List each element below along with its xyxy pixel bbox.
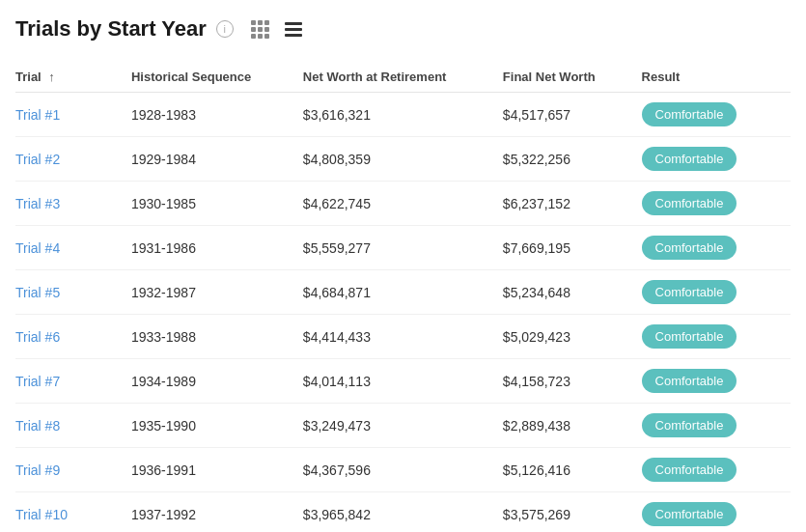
result-cell: Comfortable [630,93,791,137]
final-net-worth-value: $3,575,269 [503,507,570,522]
trial-link[interactable]: Trial #7 [15,374,60,389]
col-final-net-worth[interactable]: Final Net Worth [491,62,630,93]
final-net-worth-cell: $5,234,648 [491,270,630,315]
net-worth-retirement-cell: $4,622,745 [292,182,491,226]
result-badge: Comfortable [642,413,737,437]
table-row: Trial #3 1930-1985 $4,622,745 $6,237,152… [15,182,791,226]
net-worth-retirement-cell: $3,616,321 [292,93,491,137]
final-net-worth-value: $2,889,438 [503,418,570,434]
page-container: Trials by Start Year i Trial ↑ [0,0,806,532]
trial-link[interactable]: Trial #10 [15,507,68,522]
table-header: Trial ↑ Historical Sequence Net Worth at… [15,62,791,93]
sequence-cell: 1935-1990 [120,404,292,448]
net-worth-retirement-cell: $4,414,433 [292,315,491,359]
result-badge: Comfortable [642,369,737,393]
result-badge: Comfortable [642,236,737,260]
final-net-worth-cell: $4,517,657 [491,93,630,137]
table-row: Trial #4 1931-1986 $5,559,277 $7,669,195… [15,226,791,270]
sequence-cell: 1936-1991 [120,448,292,492]
sequence-cell: 1931-1986 [120,226,292,270]
sequence-cell: 1932-1987 [120,270,292,315]
trial-link[interactable]: Trial #6 [15,329,60,345]
final-net-worth-value: $6,237,152 [503,196,570,211]
result-badge: Comfortable [642,324,737,349]
sequence-cell: 1929-1984 [120,137,292,182]
final-net-worth-cell: $3,575,269 [491,492,630,533]
net-worth-retirement-cell: $3,965,842 [292,492,491,533]
result-cell: Comfortable [630,404,791,448]
trial-cell: Trial #10 [15,492,120,533]
final-net-worth-value: $4,158,723 [503,374,570,389]
table-row: Trial #9 1936-1991 $4,367,596 $5,126,416… [15,448,791,492]
final-net-worth-value: $5,322,256 [503,152,570,167]
header-row: Trial ↑ Historical Sequence Net Worth at… [15,62,791,93]
final-net-worth-value: $5,234,648 [503,285,570,300]
view-toggle [247,15,307,42]
result-cell: Comfortable [630,315,791,359]
trial-link[interactable]: Trial #2 [15,152,60,167]
list-icon [285,22,302,37]
trial-link[interactable]: Trial #5 [15,285,60,300]
final-net-worth-cell: $7,669,195 [491,226,630,270]
result-cell: Comfortable [630,448,791,492]
net-worth-retirement-cell: $4,808,359 [292,137,491,182]
list-view-button[interactable] [280,15,307,42]
trial-link[interactable]: Trial #8 [15,418,60,434]
result-badge: Comfortable [642,502,737,526]
sort-arrow-icon: ↑ [48,70,55,84]
result-cell: Comfortable [630,137,791,182]
sequence-cell: 1928-1983 [120,93,292,137]
page-header: Trials by Start Year i [15,15,791,42]
final-net-worth-value: $4,517,657 [503,107,570,123]
info-icon[interactable]: i [216,20,234,38]
trial-cell: Trial #9 [15,448,120,492]
result-cell: Comfortable [630,182,791,226]
trial-cell: Trial #7 [15,359,120,404]
final-net-worth-value: $5,029,423 [503,329,570,345]
final-net-worth-value: $5,126,416 [503,462,570,478]
net-worth-retirement-cell: $5,559,277 [292,226,491,270]
grid-icon [251,20,269,39]
sequence-cell: 1937-1992 [120,492,292,533]
result-badge: Comfortable [642,191,737,215]
net-worth-retirement-cell: $4,367,596 [292,448,491,492]
col-trial[interactable]: Trial ↑ [15,62,120,93]
trial-link[interactable]: Trial #4 [15,240,60,256]
trial-link[interactable]: Trial #9 [15,462,60,478]
trial-cell: Trial #2 [15,137,120,182]
result-cell: Comfortable [630,226,791,270]
trial-cell: Trial #6 [15,315,120,359]
trial-cell: Trial #5 [15,270,120,315]
sequence-cell: 1930-1985 [120,182,292,226]
trial-cell: Trial #3 [15,182,120,226]
final-net-worth-cell: $5,126,416 [491,448,630,492]
result-badge: Comfortable [642,458,737,482]
col-net-worth-retirement[interactable]: Net Worth at Retirement [292,62,491,93]
col-sequence[interactable]: Historical Sequence [120,62,292,93]
table-body: Trial #1 1928-1983 $3,616,321 $4,517,657… [15,93,791,533]
trial-link[interactable]: Trial #1 [15,107,60,123]
trial-link[interactable]: Trial #3 [15,196,60,211]
table-row: Trial #7 1934-1989 $4,014,113 $4,158,723… [15,359,791,404]
final-net-worth-value: $7,669,195 [503,240,570,256]
result-cell: Comfortable [630,270,791,315]
result-badge: Comfortable [642,102,737,126]
final-net-worth-cell: $5,029,423 [491,315,630,359]
final-net-worth-cell: $2,889,438 [491,404,630,448]
trial-cell: Trial #4 [15,226,120,270]
result-badge: Comfortable [642,280,737,304]
trial-cell: Trial #1 [15,93,120,137]
net-worth-retirement-cell: $4,684,871 [292,270,491,315]
trials-table: Trial ↑ Historical Sequence Net Worth at… [15,62,791,532]
table-row: Trial #10 1937-1992 $3,965,842 $3,575,26… [15,492,791,533]
sequence-cell: 1933-1988 [120,315,292,359]
result-cell: Comfortable [630,492,791,533]
grid-view-button[interactable] [247,15,274,42]
trial-cell: Trial #8 [15,404,120,448]
table-row: Trial #6 1933-1988 $4,414,433 $5,029,423… [15,315,791,359]
result-cell: Comfortable [630,359,791,404]
net-worth-retirement-cell: $3,249,473 [292,404,491,448]
col-result[interactable]: Result [630,62,791,93]
table-row: Trial #5 1932-1987 $4,684,871 $5,234,648… [15,270,791,315]
table-row: Trial #1 1928-1983 $3,616,321 $4,517,657… [15,93,791,137]
